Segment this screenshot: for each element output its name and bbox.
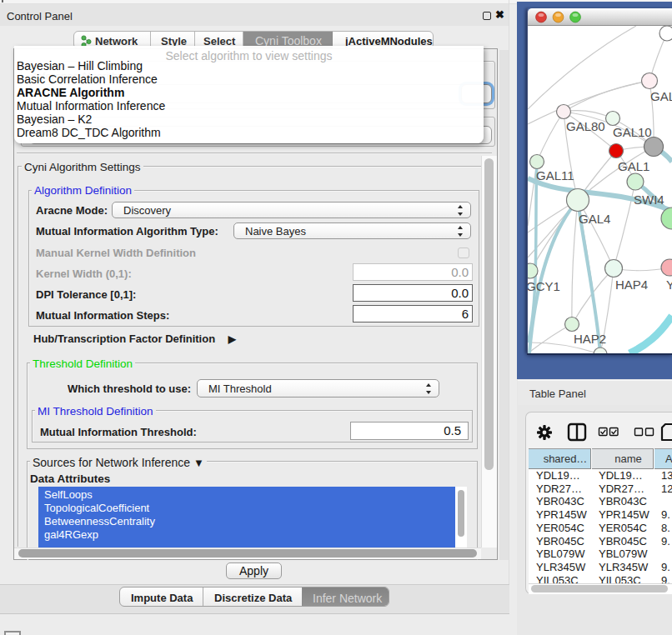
svg-text:HAP4: HAP4 <box>615 278 648 292</box>
svg-text:HAP2: HAP2 <box>574 332 606 346</box>
svg-text:YJL2: YJL2 <box>666 278 672 292</box>
svg-text:SWI4: SWI4 <box>634 192 664 207</box>
svg-text:GAL7: GAL7 <box>650 89 672 103</box>
svg-text:GAL1: GAL1 <box>618 159 649 173</box>
svg-text:GAL4: GAL4 <box>579 212 610 226</box>
svg-text:GAL10: GAL10 <box>613 125 652 139</box>
svg-text:GAL80: GAL80 <box>566 119 605 133</box>
svg-text:GAL11: GAL11 <box>536 168 574 182</box>
svg-text:GCY1: GCY1 <box>528 279 560 293</box>
